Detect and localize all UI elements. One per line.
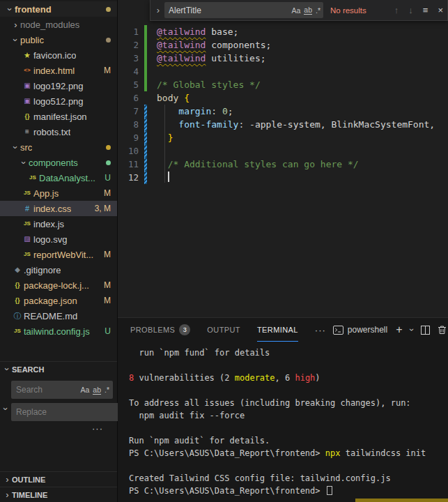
code-line[interactable]: 11 /* Additional styles can go here */ — [118, 158, 448, 171]
file-tree: ›frontend›node_modules›public★favicon.ic… — [0, 0, 117, 339]
tab-output-label: OUTPUT — [207, 326, 240, 334]
tree-item-components[interactable]: ›components — [0, 155, 117, 170]
folder-chevron-icon: › — [20, 158, 29, 167]
match-case-icon[interactable]: Aa — [291, 6, 300, 15]
search-section-header[interactable]: › SEARCH — [0, 361, 117, 376]
line-number: 12 — [118, 171, 143, 184]
terminal-line: run `npm fund` for details — [129, 347, 448, 359]
find-input[interactable] — [169, 6, 288, 15]
outline-title: OUTLINE — [12, 476, 45, 484]
search-more-actions[interactable]: ··· — [11, 425, 113, 432]
new-terminal-icon[interactable]: + — [396, 324, 402, 335]
editor-cursor — [168, 172, 169, 182]
replace-input[interactable] — [16, 407, 124, 417]
outline-section-header[interactable]: › OUTLINE — [0, 471, 117, 487]
panel-more-actions-icon[interactable]: ··· — [315, 325, 326, 335]
code-text — [157, 171, 169, 184]
code-line[interactable]: 10 — [118, 144, 448, 158]
tree-item-logo-svg[interactable]: ▨logo.svg — [0, 231, 117, 247]
find-next-icon[interactable]: ↓ — [408, 6, 413, 15]
git-status-badge: M — [104, 188, 111, 198]
split-terminal-icon[interactable] — [421, 326, 430, 335]
match-case-icon[interactable]: Aa — [80, 386, 89, 394]
terminal-output[interactable]: run `npm fund` for details8 vulnerabilit… — [118, 342, 448, 502]
code-text: @tailwind components; — [157, 38, 271, 52]
tree-item-index-css[interactable]: #index.css3, M — [0, 201, 117, 216]
code-line[interactable]: 9 } — [118, 131, 448, 144]
file-icon: ≡ — [21, 128, 33, 135]
git-status-badge: M — [104, 296, 111, 305]
tree-item-favicon-ico[interactable]: ★favicon.ico — [0, 47, 117, 63]
file-label: index.js — [33, 219, 64, 229]
file-icon: ▣ — [21, 82, 33, 89]
code-line[interactable]: 5/* Global styles */ — [118, 78, 448, 91]
regex-icon[interactable]: .* — [105, 386, 109, 394]
file-icon: <> — [21, 68, 33, 73]
timeline-section-header[interactable]: › TIMELINE — [0, 487, 117, 502]
code-line[interactable]: 12 — [118, 171, 448, 184]
toggle-replace-icon[interactable]: › — [1, 404, 10, 413]
tree-item-frontend[interactable]: ›frontend — [0, 1, 117, 17]
tree-item-robots-txt[interactable]: ≡robots.txt — [0, 124, 117, 139]
tree-item-readme-md[interactable]: ⓘREADME.md — [0, 308, 117, 324]
file-label: manifest.json — [33, 112, 87, 122]
tree-item-index-html[interactable]: <>index.htmlM — [0, 63, 117, 78]
find-toggle-replace-icon[interactable]: › — [153, 5, 163, 15]
git-status-badge: U — [105, 326, 111, 336]
find-previous-icon[interactable]: ↑ — [394, 6, 399, 15]
file-icon: ⓘ — [11, 312, 24, 320]
find-widget: › Aa ab .* No results ↑ ↓ ≡ × — [150, 0, 448, 21]
line-number: 2 — [118, 38, 143, 52]
search-input[interactable] — [16, 385, 77, 395]
file-icon: {} — [11, 298, 24, 304]
code-text: /* Additional styles can go here */ — [157, 158, 359, 171]
terminal-line: PS C:\Users\ASUS\Data_Report\frontend> — [129, 485, 448, 497]
tab-terminal[interactable]: TERMINAL — [257, 318, 298, 342]
whole-word-icon[interactable]: ab — [93, 386, 101, 395]
git-gutter-indicator — [144, 131, 147, 144]
code-line[interactable]: 8 font-family: -apple-system, BlinkMacSy… — [118, 118, 448, 131]
code-line[interactable]: 1@tailwind base; — [118, 25, 448, 38]
code-text: /* Global styles */ — [157, 78, 261, 91]
tree-item-dataanalyst[interactable]: JSDataAnalyst...U — [0, 170, 117, 185]
code-line[interactable]: 7 margin: 0; — [118, 105, 448, 118]
changes-dot-badge — [106, 38, 111, 43]
terminal-line — [129, 384, 448, 397]
code-line[interactable]: 2@tailwind components; — [118, 38, 448, 52]
terminal-line — [129, 459, 448, 472]
changes-dot-badge — [106, 160, 111, 165]
tree-item-tailwind-config-js[interactable]: JStailwind.config.jsU — [0, 324, 117, 339]
tree-item-public[interactable]: ›public — [0, 32, 117, 47]
find-status: No results — [330, 6, 366, 15]
tree-item-package-json[interactable]: {}package.jsonM — [0, 293, 117, 308]
tree-item-node-modules[interactable]: ›node_modules — [0, 17, 117, 32]
file-icon: JS — [21, 190, 33, 196]
tree-item-app-js[interactable]: JSApp.jsM — [0, 185, 117, 201]
kill-terminal-trash-icon[interactable] — [438, 325, 447, 335]
tree-item-index-js[interactable]: JSindex.js — [0, 216, 117, 231]
tab-problems[interactable]: PROBLEMS 3 — [130, 318, 190, 342]
code-text: margin: 0; — [157, 105, 233, 118]
find-in-selection-icon[interactable]: ≡ — [423, 6, 428, 15]
tree-item-package-lock-j[interactable]: {}package-lock.j...M — [0, 277, 117, 293]
code-editor[interactable]: › Aa ab .* No results ↑ ↓ ≡ × 1@tailwind… — [118, 0, 448, 317]
code-line[interactable]: 6body { — [118, 91, 448, 105]
terminal-dropdown-icon[interactable]: › — [407, 328, 417, 331]
code-line[interactable]: 4 — [118, 65, 448, 78]
terminal-line: Created Tailwind CSS config file: tailwi… — [129, 472, 448, 485]
tab-output[interactable]: OUTPUT — [207, 318, 240, 342]
git-gutter-indicator — [144, 105, 147, 118]
tree-item-logo192-png[interactable]: ▣logo192.png — [0, 78, 117, 93]
tree-item-src[interactable]: ›src — [0, 139, 117, 155]
find-close-icon[interactable]: × — [438, 6, 443, 15]
tree-item-reportwebvit[interactable]: JSreportWebVit...M — [0, 247, 117, 262]
tree-item-manifest-json[interactable]: {}manifest.json — [0, 109, 117, 124]
tab-problems-label: PROBLEMS — [130, 326, 175, 334]
code-line[interactable]: 3@tailwind utilities; — [118, 52, 448, 65]
tree-item-gitignore[interactable]: ◆.gitignore — [0, 262, 117, 277]
whole-word-icon[interactable]: ab — [304, 6, 312, 15]
tree-item-logo512-png[interactable]: ▣logo512.png — [0, 93, 117, 109]
regex-icon[interactable]: .* — [316, 6, 320, 15]
terminal-shell-selector[interactable]: powershell — [333, 325, 387, 335]
search-input-box: Aa ab .* — [11, 381, 113, 399]
